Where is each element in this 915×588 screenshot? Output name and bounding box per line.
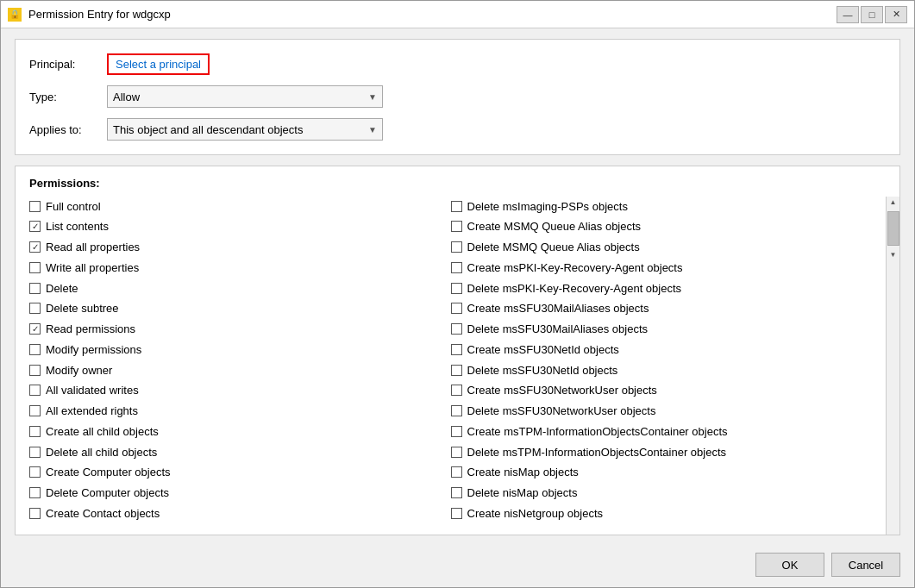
permissions-header: Permissions: [16,166,899,197]
window-icon: 🔒 [8,8,22,22]
ok-button[interactable]: OK [755,553,824,577]
perm-item-right: Create msSFU30MailAliases objects [451,299,873,318]
perm-item-right: Create msPKI-Key-Recovery-Agent objects [451,258,873,277]
applies-dropdown[interactable]: This object and all descendant objects ▼ [107,118,383,141]
permissions-section: Permissions: Full controlDelete msImagin… [15,166,900,535]
perm-checkbox[interactable] [29,405,41,416]
perm-label: Delete msSFU30NetId objects [467,364,618,377]
perm-item-right: Delete msSFU30NetworkUser objects [451,402,873,421]
perm-checkbox[interactable] [29,365,41,376]
type-dropdown[interactable]: Allow ▼ [107,85,383,108]
perm-item-left: All extended rights [29,402,451,421]
scrollbar[interactable]: ▲ ▼ [886,197,899,535]
perm-checkbox[interactable] [451,447,462,458]
perm-label: Full control [46,200,101,213]
perm-label: Create all child objects [46,425,159,438]
perm-checkbox[interactable] [451,201,462,212]
perm-item-left: Read all properties [29,238,451,257]
perm-checkbox[interactable] [29,303,41,314]
maximize-button[interactable]: □ [861,6,883,23]
perm-label: Delete msSFU30NetworkUser objects [467,404,656,417]
perm-item-left: Create Computer objects [29,463,451,482]
perm-label: Create msSFU30NetId objects [467,343,619,356]
perm-item-right: Create MSMQ Queue Alias objects [451,217,873,236]
perm-checkbox[interactable] [451,466,462,478]
perm-checkbox[interactable] [29,262,41,273]
perm-label: Create nisMap objects [467,466,579,479]
applies-dropdown-arrow: ▼ [368,125,377,134]
perm-label: Delete all child objects [46,446,157,459]
perm-checkbox[interactable] [451,405,462,416]
perm-label: Create Contact objects [46,507,160,520]
perm-item-right: Delete msSFU30MailAliases objects [451,320,873,339]
perm-label: Delete msImaging-PSPs objects [467,200,628,213]
perm-label: Delete nisMap objects [467,486,578,499]
title-bar: 🔒 Permission Entry for wdgcxp — □ ✕ [1,1,914,28]
perm-checkbox[interactable] [29,426,41,437]
perm-item-left: Delete Computer objects [29,484,451,503]
perm-checkbox[interactable] [451,487,462,498]
perm-label: Create MSMQ Queue Alias objects [467,220,642,233]
type-value: Allow [113,91,140,103]
cancel-button[interactable]: Cancel [831,553,900,577]
window-title: Permission Entry for wdgcxp [28,8,171,21]
perm-label: Delete msPKI-Key-Recovery-Agent objects [467,282,682,295]
perm-item-right: Delete nisMap objects [451,484,873,503]
title-bar-left: 🔒 Permission Entry for wdgcxp [8,8,171,22]
perm-checkbox[interactable] [451,385,462,396]
perm-checkbox[interactable] [451,426,462,437]
select-principal-link[interactable]: Select a principal [107,53,210,75]
scroll-thumb[interactable] [887,211,899,246]
perm-checkbox[interactable] [451,344,462,355]
perm-item-left: Read permissions [29,320,451,339]
permission-entry-window: 🔒 Permission Entry for wdgcxp — □ ✕ Prin… [0,0,915,588]
perm-label: Create nisNetgroup objects [467,507,604,520]
perm-checkbox[interactable] [29,487,41,498]
perm-checkbox[interactable] [29,466,41,478]
perm-checkbox[interactable] [29,283,41,294]
perm-checkbox[interactable] [29,508,41,519]
perm-checkbox[interactable] [451,303,462,314]
perm-checkbox[interactable] [451,365,462,376]
scroll-down-arrow[interactable]: ▼ [888,249,899,260]
close-button[interactable]: ✕ [885,6,907,23]
perm-label: Create msSFU30MailAliases objects [467,302,649,315]
perm-item-right: Create msTPM-InformationObjectsContainer… [451,422,873,441]
form-section: Principal: Select a principal Type: Allo… [15,39,900,155]
perm-label: Read permissions [46,322,135,335]
perm-label: Delete MSMQ Queue Alias objects [467,241,640,253]
perm-item-left: Modify owner [29,360,451,379]
perm-item-right: Delete msPKI-Key-Recovery-Agent objects [451,278,873,297]
perm-item-left: Delete all child objects [29,442,451,461]
type-dropdown-arrow: ▼ [368,92,377,102]
perm-checkbox[interactable] [451,262,462,273]
perm-item-left: Modify permissions [29,340,451,359]
perm-checkbox[interactable] [29,241,41,253]
perm-label: Delete msSFU30MailAliases objects [467,322,649,335]
perm-checkbox[interactable] [29,344,41,355]
perm-checkbox[interactable] [29,323,41,335]
perm-item-right: Create msSFU30NetId objects [451,340,873,359]
perm-checkbox[interactable] [451,323,462,335]
perm-checkbox[interactable] [451,221,462,232]
perm-item-right: Delete MSMQ Queue Alias objects [451,238,873,257]
perm-item-left: All validated writes [29,381,451,400]
perm-item-right: Create nisNetgroup objects [451,504,873,522]
perm-label: List contents [46,220,109,233]
perm-checkbox[interactable] [29,201,41,212]
perm-label: Create msPKI-Key-Recovery-Agent objects [467,261,683,274]
perm-label: Delete [46,282,78,295]
perm-label: Create Computer objects [46,466,171,479]
perm-checkbox[interactable] [451,241,462,253]
perm-item-right: Create nisMap objects [451,463,873,482]
perm-checkbox[interactable] [451,283,462,294]
perm-item-left: Delete subtree [29,299,451,318]
perm-checkbox[interactable] [451,508,462,519]
principal-row: Principal: Select a principal [29,53,886,75]
applies-value: This object and all descendant objects [113,123,303,136]
scroll-up-arrow[interactable]: ▲ [888,197,899,208]
perm-checkbox[interactable] [29,221,41,232]
perm-checkbox[interactable] [29,385,41,396]
minimize-button[interactable]: — [837,6,859,23]
perm-checkbox[interactable] [29,447,41,458]
